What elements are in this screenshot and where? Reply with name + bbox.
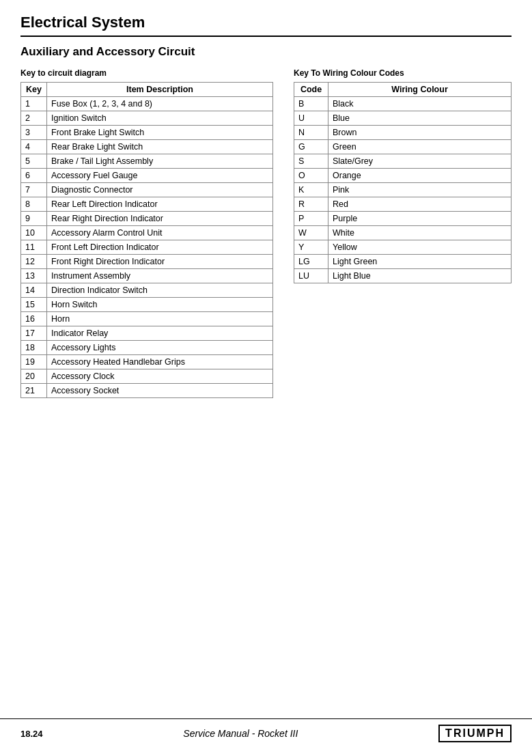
section-title: Auxiliary and Accessory Circuit [20, 45, 512, 59]
code-cell: U [294, 111, 328, 126]
left-panel: Key to circuit diagram Key Item Descript… [20, 68, 273, 398]
code-cell: G [294, 140, 328, 154]
colour-cell: Black [328, 97, 512, 111]
code-cell: P [294, 212, 328, 226]
wiring-table-header-code: Code [294, 83, 328, 97]
desc-cell: Rear Brake Light Switch [47, 140, 273, 154]
table-row: 2Ignition Switch [21, 111, 273, 126]
key-table-header-row: Key Item Description [21, 83, 273, 97]
colour-cell: Light Blue [328, 269, 512, 283]
table-row: LULight Blue [294, 269, 512, 283]
key-cell: 14 [21, 283, 47, 298]
table-row: PPurple [294, 212, 512, 226]
footer-page-number: 18.24 [20, 729, 43, 739]
code-cell: K [294, 183, 328, 197]
table-row: 19Accessory Heated Handlebar Grips [21, 355, 273, 369]
code-cell: LG [294, 255, 328, 269]
table-row: 20Accessory Clock [21, 369, 273, 384]
desc-cell: Instrument Assembly [47, 269, 273, 283]
table-row: 1Fuse Box (1, 2, 3, 4 and 8) [21, 97, 273, 111]
table-row: 10Accessory Alarm Control Unit [21, 226, 273, 240]
footer-logo: TRIUMPH [438, 725, 512, 742]
content-area: Key to circuit diagram Key Item Descript… [20, 68, 512, 398]
table-row: 15Horn Switch [21, 298, 273, 312]
page-title: Electrical System [20, 14, 512, 37]
desc-cell: Rear Right Direction Indicator [47, 212, 273, 226]
code-cell: R [294, 197, 328, 212]
desc-cell: Rear Left Direction Indicator [47, 197, 273, 212]
table-row: RRed [294, 197, 512, 212]
table-row: SSlate/Grey [294, 154, 512, 169]
table-row: LGLight Green [294, 255, 512, 269]
key-table-header-key: Key [21, 83, 47, 97]
table-row: 3Front Brake Light Switch [21, 126, 273, 140]
key-cell: 1 [21, 97, 47, 111]
code-cell: Y [294, 240, 328, 255]
key-cell: 18 [21, 341, 47, 355]
desc-cell: Front Left Direction Indicator [47, 240, 273, 255]
table-row: 5Brake / Tail Light Assembly [21, 154, 273, 169]
table-row: YYellow [294, 240, 512, 255]
colour-cell: Blue [328, 111, 512, 126]
page: Electrical System Auxiliary and Accessor… [0, 0, 532, 756]
key-cell: 5 [21, 154, 47, 169]
table-row: WWhite [294, 226, 512, 240]
desc-cell: Accessory Heated Handlebar Grips [47, 355, 273, 369]
code-cell: O [294, 169, 328, 183]
table-row: 17Indicator Relay [21, 326, 273, 341]
key-cell: 11 [21, 240, 47, 255]
desc-cell: Horn Switch [47, 298, 273, 312]
table-row: OOrange [294, 169, 512, 183]
table-row: NBrown [294, 126, 512, 140]
left-sub-heading: Key to circuit diagram [20, 68, 273, 78]
key-cell: 9 [21, 212, 47, 226]
colour-cell: Pink [328, 183, 512, 197]
colour-cell: Red [328, 197, 512, 212]
table-row: 12Front Right Direction Indicator [21, 255, 273, 269]
colour-cell: Brown [328, 126, 512, 140]
colour-cell: Yellow [328, 240, 512, 255]
key-table-header-desc: Item Description [47, 83, 273, 97]
table-row: 9Rear Right Direction Indicator [21, 212, 273, 226]
right-panel: Key To Wiring Colour Codes Code Wiring C… [294, 68, 512, 283]
key-cell: 10 [21, 226, 47, 240]
desc-cell: Accessory Socket [47, 384, 273, 398]
desc-cell: Ignition Switch [47, 111, 273, 126]
table-row: BBlack [294, 97, 512, 111]
key-cell: 8 [21, 197, 47, 212]
desc-cell: Direction Indicator Switch [47, 283, 273, 298]
code-cell: N [294, 126, 328, 140]
code-cell: S [294, 154, 328, 169]
code-cell: W [294, 226, 328, 240]
key-cell: 15 [21, 298, 47, 312]
wiring-table-header-row: Code Wiring Colour [294, 83, 512, 97]
footer-center-text: Service Manual - Rocket III [183, 728, 298, 739]
table-row: 11Front Left Direction Indicator [21, 240, 273, 255]
desc-cell: Brake / Tail Light Assembly [47, 154, 273, 169]
desc-cell: Accessory Fuel Gauge [47, 169, 273, 183]
table-row: 21Accessory Socket [21, 384, 273, 398]
key-cell: 6 [21, 169, 47, 183]
wiring-table: Code Wiring Colour BBlackUBlueNBrownGGre… [294, 82, 512, 283]
colour-cell: Light Green [328, 255, 512, 269]
table-row: 4Rear Brake Light Switch [21, 140, 273, 154]
code-cell: LU [294, 269, 328, 283]
desc-cell: Front Brake Light Switch [47, 126, 273, 140]
table-row: 13Instrument Assembly [21, 269, 273, 283]
desc-cell: Indicator Relay [47, 326, 273, 341]
key-cell: 2 [21, 111, 47, 126]
key-cell: 21 [21, 384, 47, 398]
key-cell: 3 [21, 126, 47, 140]
colour-cell: Orange [328, 169, 512, 183]
table-row: 18Accessory Lights [21, 341, 273, 355]
footer: 18.24 Service Manual - Rocket III TRIUMP… [0, 718, 532, 742]
key-cell: 17 [21, 326, 47, 341]
colour-cell: Slate/Grey [328, 154, 512, 169]
colour-cell: Purple [328, 212, 512, 226]
table-row: GGreen [294, 140, 512, 154]
key-cell: 12 [21, 255, 47, 269]
desc-cell: Fuse Box (1, 2, 3, 4 and 8) [47, 97, 273, 111]
desc-cell: Horn [47, 312, 273, 326]
desc-cell: Accessory Lights [47, 341, 273, 355]
key-cell: 20 [21, 369, 47, 384]
